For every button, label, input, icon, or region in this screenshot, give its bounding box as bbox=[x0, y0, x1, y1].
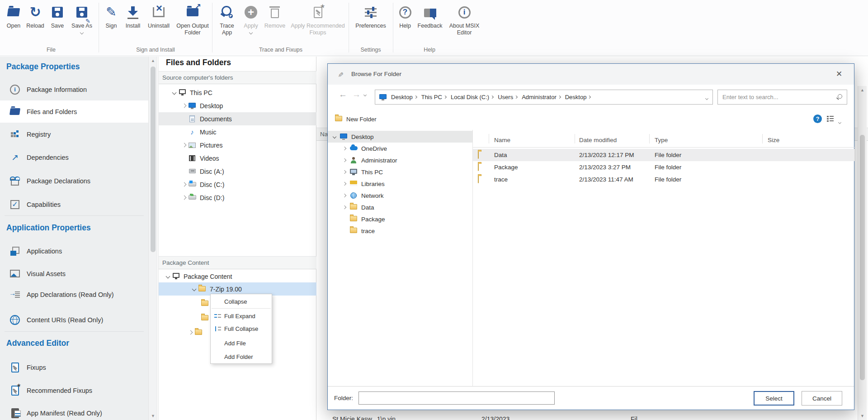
column-divider[interactable] bbox=[575, 134, 575, 143]
dialog-tree-package[interactable]: Package bbox=[328, 213, 472, 225]
preferences-button[interactable]: Preferences bbox=[352, 2, 389, 45]
breadcrumb-separator-icon[interactable] bbox=[588, 95, 591, 99]
sidebar-item-package-declarations[interactable]: Package Declarations bbox=[0, 170, 148, 192]
chevron-down-icon[interactable] bbox=[333, 135, 336, 138]
menu-item-collapse[interactable]: Collapse bbox=[211, 296, 272, 307]
column-header-name[interactable]: Name bbox=[494, 134, 510, 147]
back-arrow-icon[interactable]: ← bbox=[339, 85, 347, 105]
dialog-titlebar[interactable]: ✎ Browse For Folder ✕ bbox=[328, 64, 854, 85]
tree-item-disc-c[interactable]: Disc (C:) bbox=[159, 178, 316, 191]
feedback-button[interactable]: Feedback bbox=[416, 2, 444, 45]
dialog-help-icon[interactable]: ? bbox=[813, 115, 822, 123]
chevron-right-icon[interactable] bbox=[343, 170, 346, 174]
chevron-right-icon[interactable] bbox=[182, 196, 186, 200]
dialog-tree-trace[interactable]: trace bbox=[328, 225, 472, 237]
menu-item-add-file[interactable]: Add File bbox=[211, 337, 272, 349]
remove-button[interactable]: Remove bbox=[263, 2, 287, 45]
chevron-down-icon[interactable] bbox=[192, 287, 196, 291]
trace-app-button[interactable]: Trace App bbox=[215, 2, 239, 45]
view-mode-icon[interactable] bbox=[827, 115, 834, 122]
dialog-tree-onedrive[interactable]: OneDrive bbox=[328, 143, 472, 154]
chevron-right-icon[interactable] bbox=[343, 194, 346, 197]
breadcrumb-local-disk-c[interactable]: Local Disk (C:) bbox=[451, 94, 489, 100]
tree-item-desktop[interactable]: Desktop bbox=[159, 99, 316, 112]
breadcrumb-separator-icon[interactable] bbox=[443, 95, 447, 99]
chevron-right-icon[interactable] bbox=[188, 330, 193, 335]
tree-item-disc-d[interactable]: Disc (D:) bbox=[159, 191, 316, 204]
column-divider[interactable] bbox=[649, 134, 650, 143]
chevron-right-icon[interactable] bbox=[343, 205, 346, 209]
breadcrumb-this-pc[interactable]: This PC bbox=[421, 94, 442, 100]
scroll-up-icon[interactable]: ▲ bbox=[860, 88, 864, 92]
tree-item-disc-a[interactable]: Disc (A:) bbox=[159, 165, 316, 178]
apply-dropdown-icon[interactable] bbox=[249, 31, 253, 34]
chevron-right-icon[interactable] bbox=[182, 182, 186, 187]
open-output-folder-button[interactable]: Open Output Folder bbox=[174, 2, 212, 45]
dialog-tree-libraries[interactable]: Libraries bbox=[328, 178, 472, 190]
scroll-down-icon[interactable]: ▼ bbox=[860, 414, 864, 418]
menu-item-full-expand[interactable]: Full Expand bbox=[211, 310, 272, 322]
new-folder-button[interactable]: New Folder bbox=[335, 111, 376, 127]
chevron-right-icon[interactable] bbox=[343, 158, 346, 162]
folder-input[interactable] bbox=[359, 391, 555, 405]
sidebar-item-package-information[interactable]: i Package Information bbox=[0, 78, 148, 100]
breadcrumb-separator-icon[interactable] bbox=[514, 95, 518, 99]
scrollbar-thumb[interactable] bbox=[151, 67, 156, 252]
tree-item-documents[interactable]: Documents bbox=[159, 112, 316, 125]
tree-item-this-pc[interactable]: This PC bbox=[159, 86, 316, 99]
cancel-button[interactable]: Cancel bbox=[802, 391, 842, 406]
sidebar-item-visual-assets[interactable]: Visual Assets bbox=[0, 262, 148, 285]
tree-item-pictures[interactable]: Pictures bbox=[159, 138, 316, 152]
search-input[interactable] bbox=[718, 94, 836, 100]
main-window-scrollbar[interactable]: ▲ ▼ bbox=[858, 86, 867, 420]
list-row-package[interactable]: Package 2/13/2023 3:27 PM File folder bbox=[473, 161, 854, 173]
dialog-tree-data[interactable]: Data bbox=[328, 201, 472, 213]
sidebar-scrollbar[interactable]: ▲ ▼ bbox=[148, 57, 157, 420]
sidebar-item-content-uris[interactable]: Content URIs (Read Only) bbox=[0, 309, 148, 331]
reload-button[interactable]: ↻ Reload bbox=[24, 2, 46, 45]
chevron-down-icon[interactable] bbox=[172, 91, 176, 95]
breadcrumb-desktop-leaf[interactable]: Desktop bbox=[565, 94, 587, 100]
scrollbar-thumb[interactable] bbox=[860, 135, 865, 380]
address-dropdown-icon[interactable] bbox=[706, 93, 708, 101]
sidebar-item-recommended-fixups[interactable]: ★ Recommended Fixups bbox=[0, 379, 148, 401]
sign-button[interactable]: ✎ Sign bbox=[101, 2, 121, 45]
column-header-date-modified[interactable]: Date modified bbox=[579, 134, 617, 147]
sidebar-item-fixups[interactable]: Fixups bbox=[0, 356, 148, 378]
search-icon[interactable] bbox=[836, 94, 843, 101]
uninstall-button[interactable]: Uninstall bbox=[145, 2, 173, 45]
column-divider[interactable] bbox=[489, 134, 489, 143]
view-dropdown-icon[interactable] bbox=[839, 117, 841, 125]
sidebar-item-applications[interactable]: Applications bbox=[0, 240, 148, 262]
sidebar-item-app-declarations[interactable]: App Declarations (Read Only) bbox=[0, 283, 148, 305]
column-header-type[interactable]: Type bbox=[655, 134, 668, 147]
chevron-right-icon[interactable] bbox=[343, 147, 346, 150]
save-as-button[interactable]: ✎ Save As bbox=[68, 2, 96, 45]
open-button[interactable]: Open bbox=[4, 2, 24, 45]
dialog-tree-this-pc[interactable]: This PC bbox=[328, 166, 472, 178]
sidebar-item-capabilities[interactable]: ✓ Capabilities bbox=[0, 193, 148, 215]
menu-item-full-collapse[interactable]: Full Collapse bbox=[211, 323, 272, 334]
help-button[interactable]: ? Help bbox=[395, 2, 415, 45]
apply-recommended-fixups-button[interactable]: ★ Apply Recommended Fixups bbox=[288, 2, 347, 45]
address-breadcrumb-bar[interactable]: Desktop This PC Local Disk (C:) Users Ad… bbox=[375, 90, 713, 105]
forward-arrow-icon[interactable]: → bbox=[352, 85, 361, 105]
about-msix-editor-button[interactable]: i About MSIX Editor bbox=[445, 2, 484, 45]
breadcrumb-separator-icon[interactable] bbox=[491, 95, 494, 99]
dialog-tree-desktop[interactable]: Desktop bbox=[328, 131, 472, 143]
column-header-size[interactable]: Size bbox=[768, 134, 779, 147]
breadcrumb-separator-icon[interactable] bbox=[414, 95, 417, 99]
list-row-data[interactable]: Data 2/13/2023 12:17 PM File folder bbox=[473, 149, 854, 161]
save-button[interactable]: Save bbox=[47, 2, 68, 45]
close-icon[interactable]: ✕ bbox=[832, 64, 846, 85]
tree-item-videos[interactable]: Videos bbox=[159, 152, 316, 165]
sidebar-item-dependencies[interactable]: ↗ Dependencies bbox=[0, 146, 148, 168]
list-row-trace[interactable]: trace 2/13/2023 11:47 AM File folder bbox=[473, 173, 854, 186]
breadcrumb-desktop[interactable]: Desktop bbox=[391, 94, 413, 100]
tree-item-music[interactable]: ♪ Music bbox=[159, 125, 316, 138]
chevron-right-icon[interactable] bbox=[182, 104, 186, 108]
sidebar-item-files-and-folders[interactable]: Files and Folders bbox=[0, 100, 148, 123]
save-as-dropdown-icon[interactable] bbox=[80, 31, 84, 34]
sidebar-item-registry[interactable]: Registry bbox=[0, 123, 148, 145]
column-divider[interactable] bbox=[762, 134, 763, 143]
